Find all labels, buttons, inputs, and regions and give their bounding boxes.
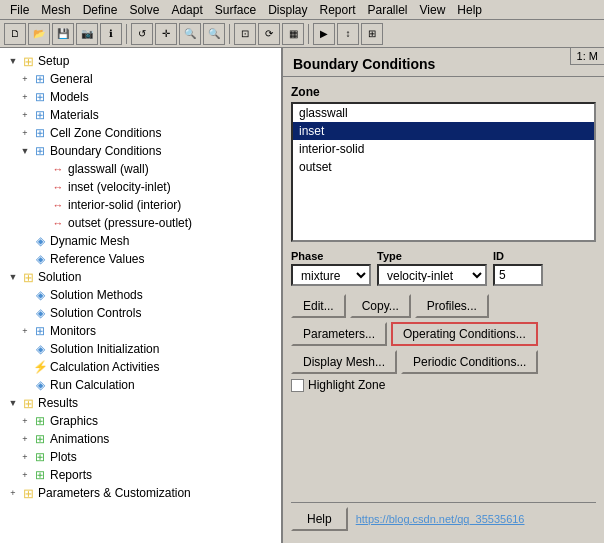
menu-define[interactable]: Define <box>77 1 124 19</box>
cellzone-label: Cell Zone Conditions <box>50 126 161 140</box>
toolbar-camera-btn[interactable]: 📷 <box>76 23 98 45</box>
materials-toggle: + <box>18 110 32 120</box>
toolbar-grid-btn[interactable]: ⊞ <box>361 23 383 45</box>
menu-report[interactable]: Report <box>313 1 361 19</box>
phase-label: Phase <box>291 250 371 262</box>
tree-ref-values[interactable]: ◈ Reference Values <box>0 250 281 268</box>
tree-boundary[interactable]: ▼ ⊞ Boundary Conditions <box>0 142 281 160</box>
dynmesh-icon: ◈ <box>32 233 48 249</box>
tree-interior-solid[interactable]: ↔ interior-solid (interior) <box>0 196 281 214</box>
tree-reports[interactable]: + ⊞ Reports <box>0 466 281 484</box>
toolbar-fit-btn[interactable]: ⊡ <box>234 23 256 45</box>
tree-sol-methods[interactable]: ◈ Solution Methods <box>0 286 281 304</box>
toolbar-rotate-btn[interactable]: ⟳ <box>258 23 280 45</box>
zone-item-outset[interactable]: outset <box>293 158 594 176</box>
tree-animations[interactable]: + ⊞ Animations <box>0 430 281 448</box>
glasswall-label: glasswall (wall) <box>68 162 149 176</box>
zone-item-inset[interactable]: inset <box>293 122 594 140</box>
tree-inset[interactable]: ↔ inset (velocity-inlet) <box>0 178 281 196</box>
tree-outset[interactable]: ↔ outset (pressure-outlet) <box>0 214 281 232</box>
inset-icon: ↔ <box>50 179 66 195</box>
toolbar-zoomin-btn[interactable]: 🔍 <box>179 23 201 45</box>
help-button[interactable]: Help <box>291 507 348 531</box>
tree-solution[interactable]: ▼ ⊞ Solution <box>0 268 281 286</box>
menu-surface[interactable]: Surface <box>209 1 262 19</box>
tree-sol-controls[interactable]: ◈ Solution Controls <box>0 304 281 322</box>
runcalc-label: Run Calculation <box>50 378 135 392</box>
params-icon: ⊞ <box>20 485 36 501</box>
menu-solve[interactable]: Solve <box>123 1 165 19</box>
menubar: File Mesh Define Solve Adapt Surface Dis… <box>0 0 604 20</box>
models-label: Models <box>50 90 89 104</box>
solution-toggle: ▼ <box>6 272 20 282</box>
tree-general[interactable]: + ⊞ General <box>0 70 281 88</box>
toolbar-view-btn[interactable]: ▦ <box>282 23 304 45</box>
tree-sol-init[interactable]: ◈ Solution Initialization <box>0 340 281 358</box>
menu-adapt[interactable]: Adapt <box>165 1 208 19</box>
display-mesh-button[interactable]: Display Mesh... <box>291 350 397 374</box>
parameters-button[interactable]: Parameters... <box>291 322 387 346</box>
toolbar-new-btn[interactable]: 🗋 <box>4 23 26 45</box>
toolbar-info-btn[interactable]: ℹ <box>100 23 122 45</box>
tree-results[interactable]: ▼ ⊞ Results <box>0 394 281 412</box>
type-select[interactable]: velocity-inlet <box>377 264 487 286</box>
btn-row2: Parameters... Operating Conditions... <box>291 322 596 346</box>
tree-graphics[interactable]: + ⊞ Graphics <box>0 412 281 430</box>
refval-label: Reference Values <box>50 252 145 266</box>
toolbar-save-btn[interactable]: 💾 <box>52 23 74 45</box>
solcontrols-icon: ◈ <box>32 305 48 321</box>
profiles-button[interactable]: Profiles... <box>415 294 489 318</box>
toolbar-move-btn[interactable]: ✛ <box>155 23 177 45</box>
zone-item-interior-solid[interactable]: interior-solid <box>293 140 594 158</box>
id-input[interactable] <box>493 264 543 286</box>
materials-icon: ⊞ <box>32 107 48 123</box>
menu-mesh[interactable]: Mesh <box>35 1 76 19</box>
tree-models[interactable]: + ⊞ Models <box>0 88 281 106</box>
boundary-icon: ⊞ <box>32 143 48 159</box>
edit-button[interactable]: Edit... <box>291 294 346 318</box>
solmethods-label: Solution Methods <box>50 288 143 302</box>
right-panel: 1: M Boundary Conditions Zone glasswall … <box>283 48 604 543</box>
boundary-label: Boundary Conditions <box>50 144 161 158</box>
operating-conditions-button[interactable]: Operating Conditions... <box>391 322 538 346</box>
monitors-toggle: + <box>18 326 32 336</box>
calcact-label: Calculation Activities <box>50 360 159 374</box>
menu-parallel[interactable]: Parallel <box>362 1 414 19</box>
tree-monitors[interactable]: + ⊞ Monitors <box>0 322 281 340</box>
phase-type-row: Phase mixture Type velocity-inlet ID <box>291 250 596 286</box>
bc-panel: Boundary Conditions Zone glasswall inset… <box>283 48 604 543</box>
results-icon: ⊞ <box>20 395 36 411</box>
calcact-icon: ⚡ <box>32 359 48 375</box>
materials-label: Materials <box>50 108 99 122</box>
toolbar-open-btn[interactable]: 📂 <box>28 23 50 45</box>
tree-calc-activities[interactable]: ⚡ Calculation Activities <box>0 358 281 376</box>
menu-view[interactable]: View <box>414 1 452 19</box>
menu-help[interactable]: Help <box>451 1 488 19</box>
tree-panel: ▼ ⊞ Setup + ⊞ General + ⊞ Models + ⊞ Mat… <box>0 48 283 543</box>
toolbar-zoomout-btn[interactable]: 🔍 <box>203 23 225 45</box>
zone-listbox[interactable]: glasswall inset interior-solid outset <box>291 102 596 242</box>
menu-file[interactable]: File <box>4 1 35 19</box>
zone-item-glasswall[interactable]: glasswall <box>293 104 594 122</box>
tree-glasswall[interactable]: ↔ glasswall (wall) <box>0 160 281 178</box>
toolbar-refresh-btn[interactable]: ↺ <box>131 23 153 45</box>
tree-dynamic-mesh[interactable]: ◈ Dynamic Mesh <box>0 232 281 250</box>
monitors-label: Monitors <box>50 324 96 338</box>
periodic-cond-button[interactable]: Periodic Conditions... <box>401 350 538 374</box>
tree-cell-zone[interactable]: + ⊞ Cell Zone Conditions <box>0 124 281 142</box>
tree-run-calc[interactable]: ◈ Run Calculation <box>0 376 281 394</box>
tree-params[interactable]: + ⊞ Parameters & Customization <box>0 484 281 502</box>
tab-label[interactable]: 1: M <box>570 48 604 65</box>
copy-button[interactable]: Copy... <box>350 294 411 318</box>
menu-display[interactable]: Display <box>262 1 313 19</box>
highlight-row: Highlight Zone <box>291 378 596 392</box>
phase-select[interactable]: mixture <box>291 264 371 286</box>
tree-setup[interactable]: ▼ ⊞ Setup <box>0 52 281 70</box>
dynmesh-label: Dynamic Mesh <box>50 234 129 248</box>
toolbar-graphics-btn[interactable]: ▶ <box>313 23 335 45</box>
toolbar-arrow-btn[interactable]: ↕ <box>337 23 359 45</box>
main-layout: ▼ ⊞ Setup + ⊞ General + ⊞ Models + ⊞ Mat… <box>0 48 604 543</box>
highlight-checkbox[interactable] <box>291 379 304 392</box>
tree-materials[interactable]: + ⊞ Materials <box>0 106 281 124</box>
tree-plots[interactable]: + ⊞ Plots <box>0 448 281 466</box>
